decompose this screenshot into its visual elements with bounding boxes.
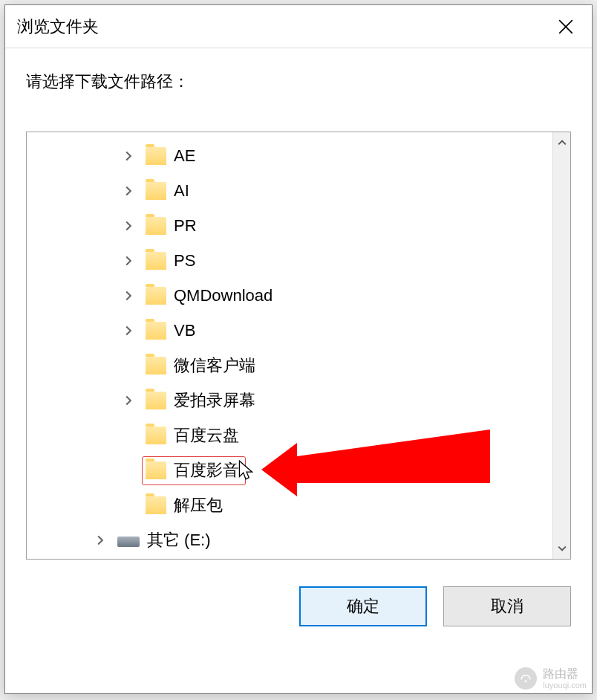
svg-point-3: [525, 680, 527, 682]
folder-icon: [146, 496, 166, 514]
chevron-right-icon: [123, 256, 134, 266]
expand-toggle[interactable]: [120, 218, 137, 234]
dialog-content: 请选择下载文件路径： AEAIPRPSQMDownloadVB微信客户端爱拍录屏…: [5, 48, 592, 560]
cancel-label: 取消: [491, 595, 523, 618]
tree-item-label: 爱拍录屏幕: [174, 389, 255, 412]
tree-item-label: AE: [174, 146, 195, 166]
tree-item[interactable]: 解压包: [27, 487, 570, 522]
watermark-icon: [515, 667, 537, 690]
tree-item[interactable]: 爱拍录屏幕: [27, 383, 570, 418]
tree-item-label: PR: [174, 216, 197, 236]
tree-item-label: 微信客户端: [174, 354, 255, 377]
chevron-right-icon: [123, 151, 134, 161]
tree-item-label: VB: [174, 321, 195, 340]
tree-item-label: 百度影音: [174, 459, 239, 482]
watermark-name: 路由器: [543, 667, 587, 681]
chevron-up-icon: [558, 138, 567, 147]
button-row: 确定 取消: [5, 560, 592, 626]
folder-icon: [146, 357, 166, 375]
folder-icon: [146, 322, 166, 340]
tree-item-label: QMDownload: [174, 286, 273, 305]
folder-icon: [146, 147, 166, 165]
watermark: 路由器 luyouqi.com: [515, 667, 587, 690]
tree-item-label: 解压包: [174, 494, 223, 516]
tree-item-label: 其它 (E:): [147, 529, 211, 551]
folder-icon: [146, 252, 166, 270]
folder-icon: [146, 461, 166, 479]
expand-toggle[interactable]: [92, 532, 108, 548]
expand-toggle[interactable]: [120, 183, 137, 199]
dialog-title: 浏览文件夹: [17, 16, 99, 38]
ok-label: 确定: [347, 595, 379, 618]
tree-item[interactable]: 百度云盘: [27, 418, 570, 453]
tree-item[interactable]: PR: [27, 208, 570, 243]
chevron-right-icon: [123, 221, 134, 231]
chevron-down-icon: [558, 544, 567, 553]
expand-toggle[interactable]: [120, 392, 137, 409]
tree-item[interactable]: 其它 (E:): [27, 522, 570, 557]
folder-icon: [146, 287, 166, 305]
chevron-right-icon: [123, 325, 134, 336]
close-button[interactable]: [549, 10, 583, 44]
browse-folder-dialog: 浏览文件夹 请选择下载文件路径： AEAIPRPSQMDownloadVB微信客…: [4, 4, 593, 694]
cancel-button[interactable]: 取消: [443, 586, 571, 626]
tree-item[interactable]: AI: [27, 173, 570, 208]
tree-item-label: 百度云盘: [174, 424, 239, 447]
tree-item[interactable]: VB: [27, 313, 570, 348]
scroll-down-button[interactable]: [553, 538, 570, 559]
tree-item-label: PS: [174, 251, 195, 270]
folder-icon: [146, 427, 166, 444]
scroll-up-button[interactable]: [553, 132, 570, 153]
tree-item[interactable]: PS: [27, 243, 570, 278]
close-icon: [558, 19, 574, 35]
ok-button[interactable]: 确定: [299, 586, 427, 626]
expand-toggle[interactable]: [120, 148, 137, 164]
tree-item-label: AI: [174, 181, 189, 201]
drive-icon: [117, 537, 140, 547]
chevron-right-icon: [123, 186, 134, 196]
expand-toggle[interactable]: [120, 288, 137, 304]
tree-item[interactable]: 微信客户端: [27, 348, 570, 383]
chevron-right-icon: [123, 291, 134, 301]
folder-icon: [146, 392, 166, 409]
tree-item[interactable]: 百度影音: [27, 453, 570, 487]
chevron-right-icon: [123, 395, 134, 406]
folder-icon: [146, 217, 166, 235]
tree-item[interactable]: AE: [27, 138, 570, 173]
expand-toggle[interactable]: [120, 323, 137, 339]
folder-tree[interactable]: AEAIPRPSQMDownloadVB微信客户端爱拍录屏幕百度云盘百度影音解压…: [26, 132, 571, 560]
expand-toggle[interactable]: [120, 253, 137, 269]
prompt-label: 请选择下载文件路径：: [26, 71, 571, 93]
titlebar: 浏览文件夹: [5, 5, 592, 48]
chevron-right-icon: [95, 535, 105, 545]
folder-icon: [146, 182, 166, 200]
scrollbar[interactable]: [552, 132, 570, 559]
watermark-sub: luyouqi.com: [543, 681, 587, 690]
tree-item[interactable]: QMDownload: [27, 278, 570, 313]
